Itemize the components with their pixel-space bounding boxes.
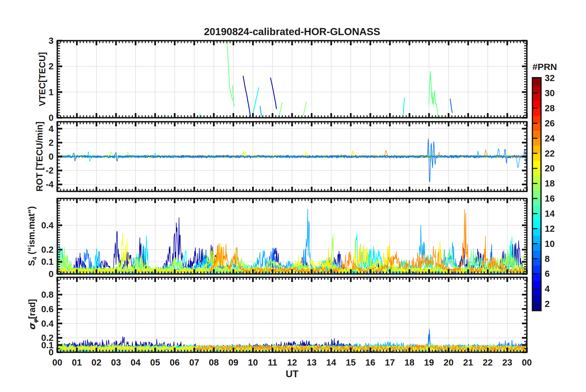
svg-text:22: 22: [545, 149, 555, 158]
x-axis-label: UT: [274, 369, 311, 380]
svg-text:1: 1: [49, 87, 54, 97]
svg-text:4: 4: [545, 284, 550, 294]
svg-text:3: 3: [49, 36, 54, 46]
svg-text:32: 32: [545, 73, 555, 83]
svg-text:19: 19: [424, 357, 434, 367]
svg-text:0.2: 0.2: [41, 245, 54, 255]
svg-text:11: 11: [268, 357, 277, 367]
panel-rot: -4-2024: [46, 122, 527, 191]
svg-text:12: 12: [287, 357, 297, 367]
panel-sigma_phi: 00.10.20.40.60.8000102030405060708091011…: [41, 277, 532, 367]
svg-text:26: 26: [545, 118, 555, 128]
svg-text:24: 24: [545, 133, 555, 143]
svg-text:6: 6: [545, 269, 550, 279]
svg-text:2: 2: [49, 61, 54, 71]
svg-text:20: 20: [545, 163, 555, 173]
panel-vtec: 0123: [49, 36, 527, 123]
svg-text:08: 08: [209, 357, 219, 367]
svg-text:0.1: 0.1: [41, 257, 54, 267]
svg-text:21: 21: [463, 357, 473, 367]
svg-text:16: 16: [365, 357, 375, 367]
svg-text:0.2: 0.2: [41, 333, 54, 343]
svg-text:17: 17: [385, 357, 395, 367]
svg-text:4: 4: [49, 124, 54, 134]
svg-text:07: 07: [189, 357, 199, 367]
svg-text:28: 28: [545, 103, 555, 113]
svg-text:0: 0: [49, 269, 54, 279]
svg-text:15: 15: [346, 357, 356, 367]
y-axis-label-sigma-phi: σφ[rad]: [25, 250, 39, 379]
svg-text:16: 16: [545, 194, 555, 203]
svg-text:00: 00: [52, 357, 62, 367]
svg-text:2: 2: [49, 138, 54, 148]
svg-text:02: 02: [92, 357, 101, 367]
svg-text:-4: -4: [46, 179, 54, 189]
svg-text:03: 03: [111, 357, 121, 367]
svg-text:22: 22: [483, 357, 493, 367]
svg-text:00: 00: [522, 357, 532, 367]
svg-text:18: 18: [545, 178, 555, 188]
svg-text:0.6: 0.6: [41, 304, 54, 314]
svg-text:-2: -2: [46, 165, 54, 175]
svg-text:0: 0: [49, 152, 54, 161]
svg-text:14: 14: [545, 209, 555, 218]
svg-text:23: 23: [502, 357, 512, 367]
svg-text:20: 20: [444, 357, 454, 367]
svg-text:04: 04: [131, 357, 140, 367]
chart-title: 20190824-calibrated-HOR-GLONASS: [153, 26, 431, 38]
svg-text:13: 13: [307, 357, 316, 367]
plots-svg: 0123-4-202400.10.20.400.10.20.40.60.8000…: [0, 0, 586, 392]
svg-text:18: 18: [405, 357, 414, 367]
figure-canvas: 0123-4-202400.10.20.400.10.20.40.60.8000…: [0, 0, 586, 392]
svg-text:30: 30: [545, 88, 555, 98]
svg-text:0: 0: [49, 113, 54, 123]
svg-text:8: 8: [545, 254, 550, 264]
panel-s4: 00.10.20.4: [41, 198, 527, 279]
svg-text:14: 14: [326, 357, 336, 367]
svg-text:09: 09: [228, 357, 238, 367]
svg-text:05: 05: [150, 357, 160, 367]
colorbar-title: #PRN: [522, 62, 568, 72]
colorbar: 2468101214161820222426283032: [532, 73, 555, 311]
svg-text:0.4: 0.4: [41, 319, 54, 329]
svg-text:06: 06: [170, 357, 180, 367]
svg-text:2: 2: [545, 299, 550, 309]
svg-text:0.8: 0.8: [41, 290, 54, 300]
svg-text:01: 01: [72, 357, 82, 367]
svg-text:10: 10: [545, 239, 555, 249]
svg-text:0.4: 0.4: [41, 220, 54, 230]
svg-text:10: 10: [248, 357, 258, 367]
svg-text:12: 12: [545, 224, 555, 234]
